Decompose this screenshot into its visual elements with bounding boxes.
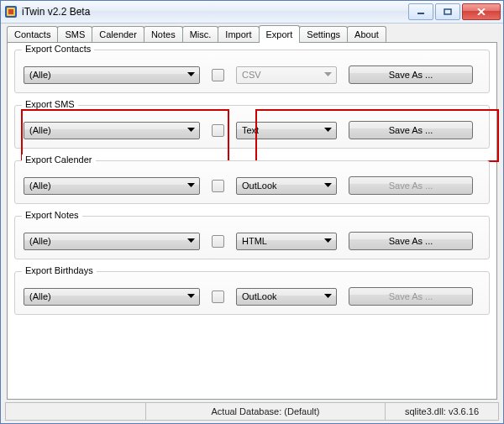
chevron-down-icon [184,68,197,82]
filter-combo[interactable]: (Alle) [24,122,200,139]
statusbar: Actual Database: (Default) sqlite3.dll: … [5,402,499,421]
group-export-contacts: Export Contacts(Alle)CSVSave As ... [14,50,490,93]
save-as-button: Save As ... [349,287,473,306]
chevron-down-icon [184,179,197,193]
tab-strip: ContactsSMSCalenderNotesMisc.ImportExpor… [5,24,499,42]
include-checkbox[interactable] [212,69,224,81]
app-window: iTwin v2.2 Beta ContactsSMSCalenderNotes… [0,0,504,424]
chevron-down-icon [321,123,334,138]
chevron-down-icon [321,234,334,249]
filter-value: (Alle) [29,70,51,80]
save-as-button[interactable]: Save As ... [349,65,473,84]
tab-import[interactable]: Import [218,26,259,42]
statusbar-left [6,403,146,420]
tab-sms[interactable]: SMS [57,26,92,42]
tab-settings[interactable]: Settings [299,26,348,42]
group-export-notes: Export Notes(Alle)HTMLSave As ... [14,216,490,259]
close-button[interactable] [462,3,501,20]
group-title: Export SMS [22,99,78,109]
group-title: Export Birthdays [22,265,97,275]
group-title: Export Notes [22,210,82,220]
filter-combo[interactable]: (Alle) [24,288,200,306]
format-combo: CSV [236,66,337,84]
save-as-button[interactable]: Save As ... [349,121,473,139]
tab-contacts[interactable]: Contacts [7,26,58,42]
save-as-button: Save As ... [349,176,473,195]
format-value: OutLook [242,181,277,191]
chevron-down-icon [321,179,334,193]
window-buttons [408,3,501,20]
chevron-down-icon [184,290,197,304]
format-value: Text [242,125,259,135]
minimize-button[interactable] [408,3,433,20]
save-as-button[interactable]: Save As ... [349,232,473,250]
format-combo[interactable]: HTML [236,233,337,250]
chevron-down-icon [184,234,197,249]
chevron-down-icon [321,290,334,304]
group-row: (Alle)HTMLSave As ... [24,232,480,250]
filter-combo[interactable]: (Alle) [24,177,200,195]
group-export-calender: Export Calender(Alle)OutLookSave As ... [14,160,490,204]
window-title: iTwin v2.2 Beta [22,6,408,18]
statusbar-right: sqlite3.dll: v3.6.16 [386,403,498,420]
filter-value: (Alle) [29,236,51,246]
filter-value: (Alle) [29,291,51,301]
filter-value: (Alle) [29,181,51,191]
group-row: (Alle)TextSave As ... [24,121,480,139]
format-value: OutLook [242,291,277,301]
chevron-down-icon [184,123,197,138]
filter-combo[interactable]: (Alle) [24,233,200,250]
svg-rect-2 [8,9,13,14]
tab-misc[interactable]: Misc. [182,26,219,42]
tab-page-export: Export Contacts(Alle)CSVSave As ...Expor… [7,42,497,400]
include-checkbox[interactable] [212,235,224,248]
group-row: (Alle)OutLookSave As ... [24,176,480,195]
format-combo[interactable]: Text [236,122,337,139]
group-title: Export Contacts [22,44,94,54]
format-combo[interactable]: OutLook [236,177,337,195]
svg-rect-4 [444,9,451,14]
tab-export[interactable]: Export [259,25,301,43]
include-checkbox[interactable] [212,180,224,192]
tab-calender[interactable]: Calender [92,26,144,42]
format-value: CSV [242,70,261,80]
group-row: (Alle)CSVSave As ... [24,65,480,84]
include-checkbox[interactable] [212,291,224,303]
filter-combo[interactable]: (Alle) [24,66,200,84]
statusbar-mid: Actual Database: (Default) [146,403,386,420]
maximize-button[interactable] [435,3,460,20]
client-area: ContactsSMSCalenderNotesMisc.ImportExpor… [5,24,499,401]
group-export-birthdays: Export Birthdays(Alle)OutLookSave As ... [14,271,490,315]
include-checkbox[interactable] [212,124,224,137]
tab-about[interactable]: About [347,26,386,42]
filter-value: (Alle) [29,125,51,135]
group-export-sms: Export SMS(Alle)TextSave As ... [14,105,490,149]
group-row: (Alle)OutLookSave As ... [24,287,480,306]
format-combo[interactable]: OutLook [236,288,337,306]
format-value: HTML [242,236,267,246]
titlebar[interactable]: iTwin v2.2 Beta [1,1,503,24]
chevron-down-icon [321,68,334,82]
tab-notes[interactable]: Notes [144,26,183,42]
group-title: Export Calender [22,154,96,165]
app-icon [4,5,18,18]
svg-rect-3 [417,13,424,14]
